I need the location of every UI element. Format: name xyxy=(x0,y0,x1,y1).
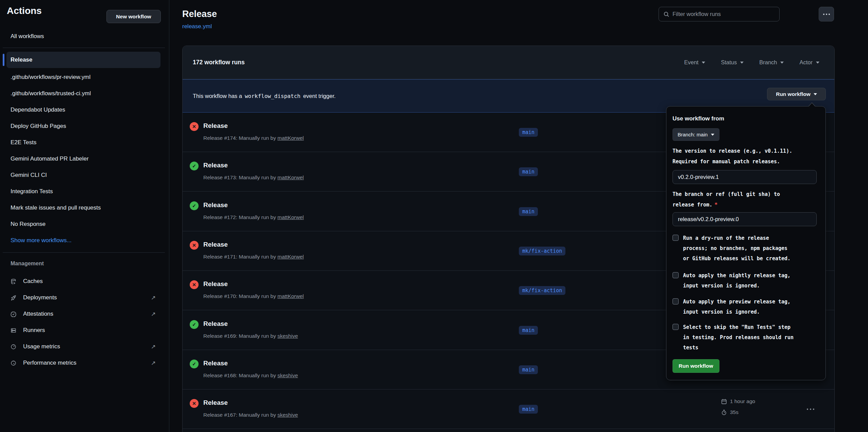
run-time: 1 hour ago xyxy=(730,398,755,404)
nightly-tag-checkbox[interactable] xyxy=(673,272,679,278)
runs-count-label: 172 workflow runs xyxy=(193,59,245,66)
checkbox-label: Run a dry-run of the release process; no… xyxy=(683,233,796,264)
run-title-link[interactable]: Release xyxy=(203,201,228,209)
selected-indicator-bar xyxy=(3,54,4,66)
run-workflow-dropdown-button[interactable]: Run workflow xyxy=(767,88,826,100)
run-title-link[interactable]: Release xyxy=(203,399,228,406)
branch-badge[interactable]: mk/fix-action xyxy=(519,286,565,295)
run-meta: 1 hour ago 35s xyxy=(721,397,755,419)
filter-workflow-runs-box xyxy=(659,7,780,21)
status-success-icon: ✓ xyxy=(190,201,199,210)
banner-text: event trigger. xyxy=(303,93,336,99)
run-workflow-submit-button[interactable]: Run workflow xyxy=(673,359,719,373)
kebab-icon xyxy=(807,409,808,410)
sidebar-item-workflow[interactable]: Deploy GitHub Pages xyxy=(0,118,169,134)
new-workflow-button[interactable]: New workflow xyxy=(106,10,161,23)
branch-badge[interactable]: main xyxy=(519,365,538,374)
run-title-link[interactable]: Release xyxy=(203,320,228,328)
workflow-options-kebab-button[interactable] xyxy=(819,7,834,21)
dropdown-caret-icon xyxy=(780,62,784,64)
run-title-link[interactable]: Release xyxy=(203,241,228,248)
run-actor-link[interactable]: skeshive xyxy=(277,412,298,418)
sidebar-divider xyxy=(3,48,165,48)
sidebar-item-deployments[interactable]: Deployments ↗ xyxy=(0,289,169,306)
status-failure-icon: ✕ xyxy=(190,280,199,289)
branch-select-button[interactable]: Branch: main xyxy=(673,128,719,141)
meter-icon xyxy=(11,344,16,350)
branch-badge[interactable]: main xyxy=(519,405,538,414)
run-actor-link[interactable]: mattKorwel xyxy=(277,293,304,299)
sidebar-item-all-workflows[interactable]: All workflows xyxy=(0,28,169,45)
sidebar-item-caches[interactable]: Caches xyxy=(0,273,169,289)
sidebar-item-workflow[interactable]: Integration Tests xyxy=(0,183,169,200)
status-success-icon: ✓ xyxy=(190,320,199,329)
sidebar-title: Actions xyxy=(7,5,42,16)
sidebar-item-workflow[interactable]: Gemini Automated PR Labeler xyxy=(0,151,169,167)
status-failure-icon: ✕ xyxy=(190,399,199,408)
filter-dropdown-event[interactable]: Event xyxy=(684,59,705,66)
dry-run-checkbox-group: Run a dry-run of the release process; no… xyxy=(673,233,796,264)
ref-input[interactable] xyxy=(673,212,817,226)
sidebar-item-performance-metrics[interactable]: Performance metrics ↗ xyxy=(0,355,169,371)
filter-dropdown-actor[interactable]: Actor xyxy=(799,59,819,66)
sidebar-item-workflow[interactable]: Dependabot Updates xyxy=(0,102,169,118)
sidebar-item-usage-metrics[interactable]: Usage metrics ↗ xyxy=(0,338,169,355)
sidebar-item-release-selected[interactable]: Release xyxy=(0,52,169,68)
workflow-file-link[interactable]: release.yml xyxy=(182,23,212,30)
search-icon xyxy=(663,11,669,17)
run-actor-link[interactable]: mattKorwel xyxy=(277,135,304,141)
external-link-icon: ↗ xyxy=(151,311,156,318)
run-title-link[interactable]: Release xyxy=(203,360,228,367)
filter-workflow-runs-input[interactable] xyxy=(673,11,779,17)
dropdown-caret-icon xyxy=(814,93,817,95)
management-section-label: Management xyxy=(11,261,44,267)
run-actor-link[interactable]: mattKorwel xyxy=(277,214,304,220)
run-title-link[interactable]: Release xyxy=(203,162,228,169)
run-actor-link[interactable]: mattKorwel xyxy=(277,175,304,180)
dropdown-caret-icon xyxy=(816,62,819,64)
sidebar-item-label: Attestations xyxy=(23,311,53,317)
filter-dropdown-branch[interactable]: Branch xyxy=(759,59,784,66)
run-actor-link[interactable]: mattKorwel xyxy=(277,254,304,260)
run-actor-link[interactable]: skeshive xyxy=(277,372,298,378)
verified-icon xyxy=(11,311,16,317)
preview-tag-checkbox-group: Auto apply the preview release tag, inpu… xyxy=(673,297,796,317)
preview-tag-checkbox[interactable] xyxy=(673,298,679,304)
sidebar-item-workflow[interactable]: Mark stale issues and pull requests xyxy=(0,200,169,216)
run-description: Release #170: Manually run by mattKorwel xyxy=(203,293,304,299)
branch-badge[interactable]: main xyxy=(519,167,538,176)
branch-badge[interactable]: main xyxy=(519,128,538,137)
checkbox-label: Auto apply the nightly release tag, inpu… xyxy=(683,270,796,291)
dropdown-caret-icon xyxy=(711,134,714,136)
sidebar-item-attestations[interactable]: Attestations ↗ xyxy=(0,306,169,322)
run-actor-link[interactable]: skeshive xyxy=(277,333,298,339)
branch-badge[interactable]: main xyxy=(519,326,538,335)
runs-filters: Event Status Branch Actor xyxy=(684,59,819,66)
workflow-run-row: ✕ Release Release #167: Manually run by … xyxy=(183,389,835,429)
run-title-link[interactable]: Release xyxy=(203,122,228,130)
show-more-workflows-link[interactable]: Show more workflows... xyxy=(0,232,169,249)
dropdown-caret-icon xyxy=(740,62,744,64)
banner-code: workflow_dispatch xyxy=(245,93,301,99)
cache-icon xyxy=(11,279,16,284)
sidebar-item-workflow[interactable]: Gemini CLI CI xyxy=(0,167,169,183)
branch-badge[interactable]: main xyxy=(519,207,538,216)
gauge-icon xyxy=(11,360,16,366)
skip-tests-checkbox[interactable] xyxy=(673,324,679,330)
run-kebab-menu-button[interactable] xyxy=(807,409,814,410)
page-title: Release xyxy=(182,9,217,19)
sidebar-item-workflow[interactable]: E2E Tests xyxy=(0,134,169,151)
filter-dropdown-status[interactable]: Status xyxy=(721,59,744,66)
branch-badge[interactable]: mk/fix-action xyxy=(519,247,565,255)
sidebar-item-workflow[interactable]: No Response xyxy=(0,216,169,232)
sidebar-item-release-label[interactable]: Release xyxy=(6,52,160,68)
sidebar-item-workflow[interactable]: .github/workflows/pr-review.yml xyxy=(0,69,169,85)
version-input[interactable] xyxy=(673,170,817,184)
use-workflow-from-label: Use workflow from xyxy=(673,115,724,122)
status-failure-icon: ✕ xyxy=(190,241,199,250)
sidebar-item-workflow[interactable]: .github/workflows/trusted-ci.yml xyxy=(0,85,169,102)
status-success-icon: ✓ xyxy=(190,360,199,368)
run-title-link[interactable]: Release xyxy=(203,280,228,288)
sidebar-item-runners[interactable]: Runners xyxy=(0,322,169,338)
dry-run-checkbox[interactable] xyxy=(673,235,679,241)
